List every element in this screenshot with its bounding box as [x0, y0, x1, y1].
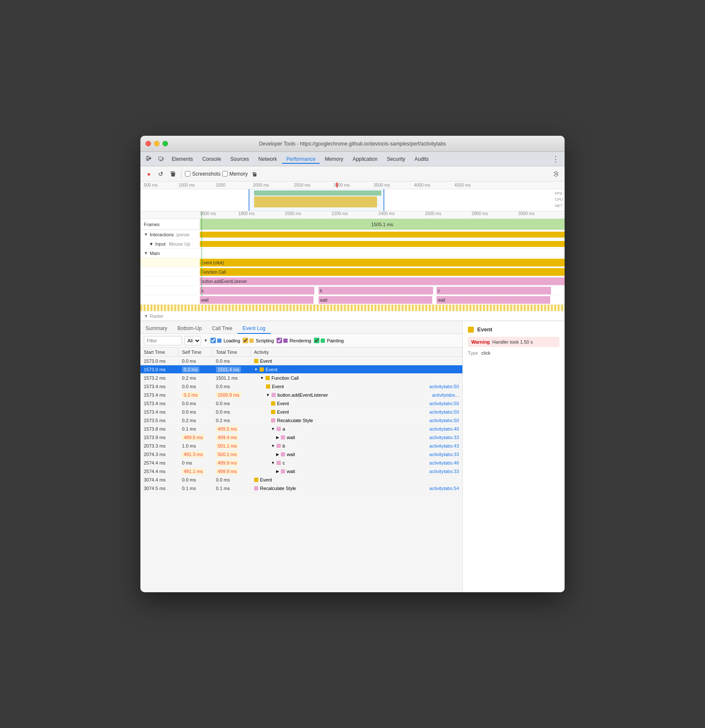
interactions-triangle[interactable]: ▼: [144, 232, 148, 237]
input-bar: [200, 241, 565, 247]
clear-recordings-button[interactable]: [249, 169, 260, 179]
td-self: 0.2 ms: [179, 416, 213, 424]
memory-checkbox[interactable]: Memory: [222, 171, 248, 177]
td-total: 1500.9 ms: [213, 391, 251, 399]
painting-checkbox[interactable]: Painting: [314, 338, 344, 343]
table-row[interactable]: 2574.4 ms 491.1 ms 499.9 ms ▶ wait activ…: [140, 467, 462, 476]
td-activity: Recalculate Style activitytabs:50: [251, 416, 462, 424]
tab-call-tree[interactable]: Call Tree: [207, 324, 238, 334]
activity-icon-yellow: [271, 410, 275, 414]
rendering-checkbox[interactable]: Rendering: [277, 338, 311, 343]
td-link-activitytabs50[interactable]: activitytabs:50: [429, 384, 459, 389]
svg-rect-1: [159, 157, 162, 160]
td-start: 3074.4 ms: [140, 476, 179, 484]
tab-summary[interactable]: Summary: [140, 324, 172, 334]
device-icon[interactable]: [156, 154, 167, 165]
table-row[interactable]: 2073.3 ms 1.0 ms 501.1 ms ▼ b activityta…: [140, 442, 462, 450]
table-row[interactable]: 2574.4 ms 0 ms 499.9 ms ▼ c activitytabs…: [140, 459, 462, 467]
maximize-button[interactable]: [162, 141, 168, 146]
b-block[interactable]: b: [319, 287, 433, 294]
main-triangle[interactable]: ▼: [144, 251, 148, 255]
function-call-block[interactable]: Function Call: [200, 268, 565, 276]
a-block[interactable]: a: [200, 287, 314, 294]
selection-overlay[interactable]: [249, 189, 384, 211]
td-link-a[interactable]: activitytabs:40: [429, 426, 459, 431]
table-row[interactable]: 1573.5 ms 0.2 ms 0.2 ms Recalculate Styl…: [140, 416, 462, 425]
wait-c-block[interactable]: wait: [436, 296, 550, 304]
table-row[interactable]: 1573.0 ms 0.0 ms 0.0 ms Event: [140, 357, 462, 365]
td-link-recalc54[interactable]: activitytabs:54: [429, 486, 459, 491]
side-panel: Event Warning Handler took 1.50 s Type c…: [463, 321, 565, 592]
td-link-c[interactable]: activitytabs:46: [429, 460, 459, 465]
wait-a-block[interactable]: wait: [200, 296, 313, 304]
wait-row: wait wait wait: [140, 295, 565, 305]
event-color-icon: [468, 327, 474, 333]
td-start: 1573.2 ms: [140, 374, 179, 382]
table-row[interactable]: 1573.4 ms 0.0 ms 0.0 ms Event activityta…: [140, 408, 462, 416]
screenshots-checkbox[interactable]: Screenshots: [185, 171, 221, 177]
warning-text: Handler took 1.50 s: [492, 339, 533, 344]
tab-bottom-up[interactable]: Bottom-Up: [172, 324, 207, 334]
td-total: 0.0 ms: [213, 408, 251, 416]
tab-elements[interactable]: Elements: [168, 154, 197, 164]
activity-icon-yellow: [254, 478, 258, 482]
tab-memory[interactable]: Memory: [321, 154, 347, 164]
record-button[interactable]: ●: [144, 169, 154, 179]
td-total: 499.9 ms: [213, 459, 251, 467]
tab-event-log[interactable]: Event Log: [238, 324, 271, 334]
add-event-listener-block[interactable]: button.addEventListener: [200, 277, 565, 285]
td-link-wait-a[interactable]: activitytabs:33: [429, 435, 459, 440]
filter-input[interactable]: [144, 336, 182, 345]
inspect-icon[interactable]: [144, 154, 155, 165]
close-button[interactable]: [145, 141, 151, 146]
td-activity: ▶ wait activitytabs:33: [251, 433, 462, 441]
tab-application[interactable]: Application: [348, 154, 382, 164]
tab-performance[interactable]: Performance: [282, 154, 320, 164]
td-activity: Event: [251, 476, 462, 484]
tab-audits[interactable]: Audits: [410, 154, 433, 164]
event-click-track: Event (click): [200, 258, 565, 267]
td-total: 0.0 ms: [213, 476, 251, 484]
td-activity: Event activitytabs:50: [251, 382, 462, 390]
painting-icon: [321, 339, 325, 343]
activity-icon-pink: [281, 435, 285, 440]
event-log-panel: Summary Bottom-Up Call Tree Event Log Al…: [140, 321, 463, 592]
ruler-mark-3000: 3000 ms: [333, 183, 350, 188]
clear-button[interactable]: [168, 169, 178, 179]
table-row[interactable]: 1573.4 ms 0.0 ms 0.0 ms Event activityta…: [140, 382, 462, 391]
td-link-wait-c[interactable]: activitytabs:33: [429, 469, 459, 474]
tab-security[interactable]: Security: [383, 154, 409, 164]
settings-icon[interactable]: [551, 169, 561, 179]
table-row[interactable]: 3074.5 ms 0.1 ms 0.1 ms Recalculate Styl…: [140, 484, 462, 493]
td-link-activitytabs50-2[interactable]: activitytabs:50: [429, 401, 459, 406]
table-row[interactable]: 3074.4 ms 0.0 ms 0.0 ms Event: [140, 476, 462, 484]
more-tabs-icon[interactable]: ⋮: [550, 154, 561, 164]
td-link-b[interactable]: activitytabs:43: [429, 443, 459, 448]
td-link-activitytabs[interactable]: activitytabs...: [432, 392, 459, 398]
table-row-selected[interactable]: 1573.0 ms 0.2 ms 1501.4 ms ▼ Event: [140, 365, 462, 374]
reload-button[interactable]: ↺: [156, 169, 166, 179]
table-row[interactable]: 1573.4 ms 0.2 ms 1500.9 ms ▼ button.addE…: [140, 391, 462, 399]
ruler-mark-1500: 1500: [216, 183, 225, 188]
tab-sources[interactable]: Sources: [226, 154, 253, 164]
th-total-time: Total Time: [213, 347, 251, 356]
scripting-checkbox[interactable]: Scripting: [243, 338, 274, 343]
c-block[interactable]: c: [436, 287, 551, 294]
table-row[interactable]: 1573.4 ms 0.0 ms 0.0 ms Event activityta…: [140, 399, 462, 408]
td-link-wait-b[interactable]: activitytabs:33: [429, 452, 459, 457]
table-row[interactable]: 1573.9 ms 489.5 ms 499.4 ms ▶ wait activ…: [140, 433, 462, 442]
td-link-recalc[interactable]: activitytabs:50: [429, 418, 459, 423]
loading-checkbox[interactable]: Loading: [210, 338, 240, 343]
event-click-block[interactable]: Event (click): [200, 259, 565, 266]
filter-select[interactable]: All: [185, 336, 201, 345]
tab-network[interactable]: Network: [254, 154, 281, 164]
td-link-activitytabs50-3[interactable]: activitytabs:50: [429, 409, 459, 414]
table-row[interactable]: 1573.2 ms 0.2 ms 1501.1 ms ▼ Function Ca…: [140, 374, 462, 382]
table-row[interactable]: 1573.8 ms 0.1 ms 499.5 ms ▼ a activityta…: [140, 425, 462, 433]
tab-console[interactable]: Console: [198, 154, 225, 164]
performance-toolbar: ● ↺ Screenshots Memory: [140, 166, 565, 182]
add-event-listener-row: button.addEventListener: [140, 277, 565, 286]
minimize-button[interactable]: [154, 141, 159, 146]
wait-b-block[interactable]: wait: [319, 296, 432, 304]
table-row[interactable]: 2074.3 ms 491.3 ms 500.1 ms ▶ wait activ…: [140, 450, 462, 459]
